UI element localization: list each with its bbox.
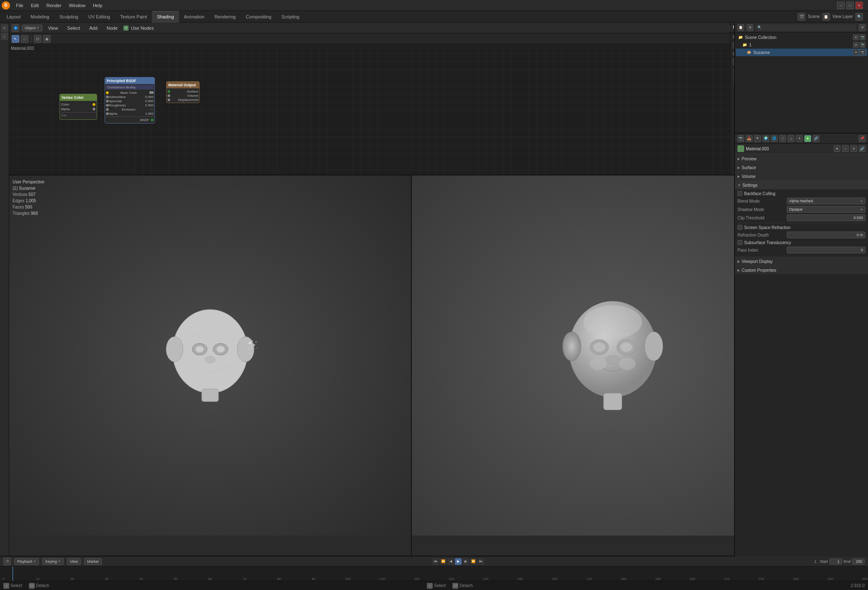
node-vc-alpha-socket[interactable]: [92, 108, 95, 111]
prop-pin-btn[interactable]: 📌: [859, 135, 865, 142]
scene-icon[interactable]: 🎬: [798, 13, 805, 21]
tl-play[interactable]: ▶: [455, 558, 462, 565]
preview-header[interactable]: ▶ Preview: [735, 155, 868, 163]
ne-view-all[interactable]: ⊡: [34, 35, 41, 43]
prop-output-icon[interactable]: 📤: [746, 135, 752, 142]
tab-rendering[interactable]: Rendering: [209, 11, 241, 23]
node-pbsdf-emission-in[interactable]: [106, 108, 109, 111]
tl-jump-start[interactable]: ⏮: [432, 558, 439, 565]
node-vertex-color[interactable]: Vertex Color Color Alpha Col: [59, 94, 97, 120]
tab-modeling[interactable]: Modeling: [26, 11, 54, 23]
backface-checkbox[interactable]: [737, 191, 742, 196]
sz-hide[interactable]: 👁: [853, 49, 859, 55]
node-mo-displacement-in[interactable]: [167, 98, 170, 101]
timeline-ruler[interactable]: 0 10 20 30 40 50 60 70 80 90 100 110 120…: [0, 567, 868, 581]
sc-render[interactable]: 📷: [860, 34, 865, 40]
prop-scene-icon[interactable]: 🌍: [763, 135, 769, 142]
search-icon[interactable]: 🔍: [855, 13, 863, 21]
sst-checkbox[interactable]: [737, 240, 742, 245]
pass-index-value[interactable]: 0: [787, 247, 865, 253]
ne-tool-box[interactable]: □: [21, 35, 28, 43]
prop-material-icon[interactable]: ●: [804, 135, 811, 142]
tl-keying-btn[interactable]: Keying ▼: [42, 558, 63, 565]
vpl-canvas[interactable]: User Perspective (1) Suzanne Vertices 50…: [9, 175, 411, 536]
ssr-checkbox[interactable]: [737, 225, 742, 230]
prop-particles-icon[interactable]: ✦: [796, 135, 803, 142]
shadow-mode-dropdown[interactable]: Opaque ▼: [787, 206, 865, 213]
outliner-filter[interactable]: ⊞: [747, 24, 753, 31]
ne-tool-select[interactable]: ↖: [12, 35, 19, 43]
close-button[interactable]: ✕: [855, 2, 863, 9]
node-material-output[interactable]: Material Output Surface Volume: [166, 81, 200, 103]
viewport-display-header[interactable]: ▶ Viewport Display: [735, 257, 868, 265]
tab-shading[interactable]: Shading: [152, 11, 179, 23]
surface-header[interactable]: ▶ Surface: [735, 163, 868, 172]
ne-select[interactable]: Select: [64, 25, 84, 31]
menu-file[interactable]: File: [13, 2, 27, 9]
prop-mesh-icon[interactable]: △: [788, 135, 794, 142]
sidebar-tool-brush[interactable]: ○: [1, 33, 8, 40]
tl-step-back[interactable]: ◀: [447, 558, 454, 565]
menu-window[interactable]: Window: [66, 2, 89, 9]
outliner-search[interactable]: 🔍: [758, 26, 762, 29]
sidebar-tool-select[interactable]: ↖: [1, 24, 8, 32]
node-pbsdf-spec-in[interactable]: [106, 100, 109, 103]
node-pbsdf-subsurface-in[interactable]: [106, 95, 109, 98]
settings-header[interactable]: ▼ Settings: [735, 181, 868, 189]
node-mo-volume-in[interactable]: [167, 94, 170, 97]
ne-node[interactable]: Node: [103, 25, 121, 31]
refraction-depth-value[interactable]: 0 m: [787, 232, 865, 238]
ne-add[interactable]: Add: [86, 25, 101, 31]
prop-render-icon[interactable]: 📷: [737, 135, 744, 142]
node-pbsdf-alpha-in[interactable]: [106, 112, 109, 115]
view-layer-icon[interactable]: 📋: [822, 13, 830, 21]
mat-browse[interactable]: ▼: [834, 145, 840, 152]
tab-compositing[interactable]: Compositing: [241, 11, 276, 23]
sz-render[interactable]: 📷: [860, 49, 865, 55]
clip-threshold-value[interactable]: 0.500: [787, 214, 865, 221]
ne-object-mode[interactable]: Object ▼: [22, 25, 42, 31]
tl-step-forward[interactable]: ▶: [462, 558, 469, 565]
menu-edit[interactable]: Edit: [28, 2, 42, 9]
sc-hide[interactable]: 👁: [853, 34, 859, 40]
tl-view-btn[interactable]: View: [67, 558, 81, 565]
node-mo-surface-in[interactable]: [167, 90, 170, 93]
tl-end-field[interactable]: 250: [852, 559, 865, 564]
blend-mode-dropdown[interactable]: Alpha Hashed ▼: [787, 198, 865, 204]
mat-delete[interactable]: ✕: [850, 145, 857, 152]
node-pbsdf-basecolor-in[interactable]: [106, 91, 109, 94]
outliner-icon[interactable]: 📋: [737, 24, 744, 31]
tl-playback-btn[interactable]: Playback ▼: [14, 558, 39, 565]
tl-marker-btn[interactable]: Marker: [84, 558, 102, 565]
prop-view-icon[interactable]: 👁: [754, 135, 761, 142]
prop-constraint-icon[interactable]: 🔗: [813, 135, 819, 142]
mat-new[interactable]: +: [842, 145, 849, 152]
node-principled-bsdf[interactable]: Principled BSDF Christansen-Burley Base …: [105, 77, 155, 124]
tab-scripting[interactable]: Scripting: [276, 11, 304, 23]
outliner-collection-1[interactable]: 📁 1 👁 📷: [736, 41, 867, 49]
ne-view[interactable]: View: [45, 25, 62, 31]
volume-header[interactable]: ▶ Volume: [735, 172, 868, 180]
tl-next-keyframe[interactable]: ⏩: [470, 558, 477, 565]
outliner-suzanne[interactable]: 🐵 Suzanne 👁 📷: [736, 49, 867, 56]
outliner-settings[interactable]: ⚙: [859, 24, 865, 31]
tab-sculpting[interactable]: Sculpting: [54, 11, 83, 23]
c1-hide[interactable]: 👁: [853, 42, 859, 48]
custom-props-header[interactable]: ▶ Custom Properties: [735, 266, 868, 274]
tl-jump-end[interactable]: ⏭: [478, 558, 484, 565]
prop-world-icon[interactable]: 🌐: [771, 135, 778, 142]
minimize-button[interactable]: ─: [837, 2, 845, 9]
node-vc-color-socket[interactable]: [92, 103, 95, 106]
tab-texture-paint[interactable]: Texture Paint: [115, 11, 152, 23]
mat-duplicate[interactable]: 🔗: [859, 145, 865, 152]
tab-animation[interactable]: Animation: [179, 11, 210, 23]
tab-uv-editing[interactable]: UV Editing: [83, 11, 115, 23]
menu-help[interactable]: Help: [90, 2, 106, 9]
node-pbsdf-rough-in[interactable]: [106, 104, 109, 107]
tl-mode-icon[interactable]: ⏱: [3, 558, 11, 565]
ne-use-nodes-checkbox[interactable]: ✓: [123, 26, 128, 31]
c1-render[interactable]: 📷: [860, 42, 865, 48]
node-pbsdf-bsdf-socket[interactable]: [151, 119, 154, 121]
prop-obj-icon[interactable]: ⬡: [779, 135, 786, 142]
tab-layout[interactable]: Layout: [2, 11, 26, 23]
